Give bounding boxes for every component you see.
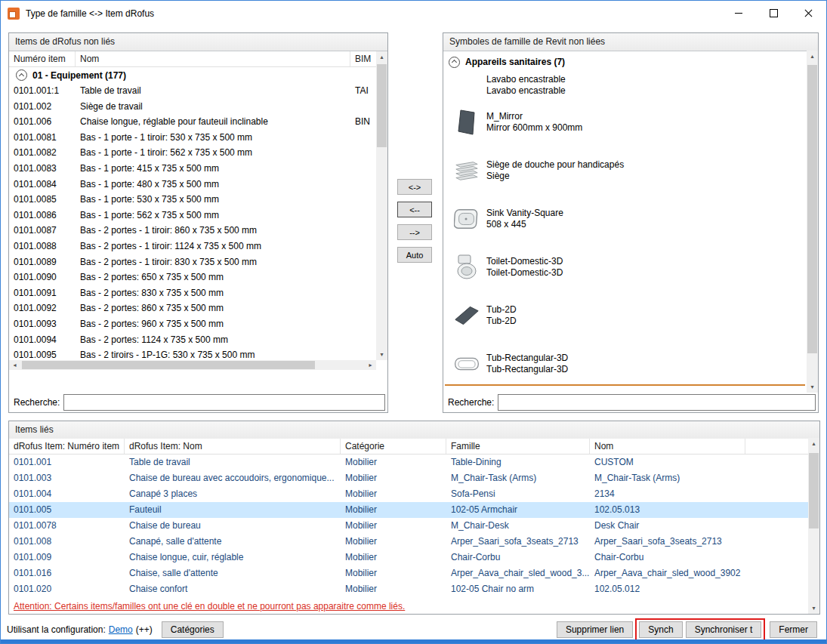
linked-item-name: Table de travail <box>125 454 341 470</box>
linked-item-row[interactable]: 0101.008 Canapé, salle d'attente Mobilie… <box>9 534 819 550</box>
unlinked-item-row[interactable]: 0101.001:1 Table de travail TAI <box>9 83 376 99</box>
scroll-left-icon[interactable]: ◂ <box>9 360 20 370</box>
linked-item-row[interactable]: 0101.005 Fauteuil Mobilier 102-05 Armcha… <box>9 502 819 518</box>
scrollbar-track[interactable] <box>808 449 819 602</box>
scroll-down-icon[interactable]: ▾ <box>376 349 387 360</box>
linked-item-row[interactable]: 0101.003 Chaise de bureau avec accoudoir… <box>9 470 819 486</box>
column-header-drofus-nom[interactable]: dRofus Item: Nom <box>125 439 341 454</box>
window-border-bottom <box>1 639 826 643</box>
vertical-scrollbar[interactable]: ▴ ▾ <box>808 438 819 614</box>
family-type-name: 508 x 445 <box>486 219 563 230</box>
unlinked-item-row[interactable]: 0101.0088 Bas - 2 portes - 1 tiroir: 112… <box>9 239 376 254</box>
title-bar[interactable]: Type de famille <-> Item dRofus <box>2 2 825 25</box>
linked-item-name: Canapé, salle d'attente <box>125 534 341 550</box>
linked-item-row[interactable]: 0101.009 Chaise longue, cuir, réglable M… <box>9 550 819 565</box>
scrollbar-thumb[interactable] <box>377 64 387 147</box>
unlinked-item-row[interactable]: 0101.0089 Bas - 2 portes - 1 tiroir: 830… <box>9 254 376 270</box>
family-symbol-item[interactable]: Tub-2D Tub-2D <box>443 291 807 340</box>
unlinked-item-row[interactable]: 0101.0087 Bas - 2 portes - 1 tiroir: 860… <box>9 223 376 239</box>
unlinked-item-row[interactable]: 0101.006 Chaise longue, réglable pour fa… <box>9 114 376 130</box>
linked-item-row[interactable]: 0101.016 Chaise, salle d'attente Mobilie… <box>9 565 819 581</box>
family-symbol-item[interactable]: Lavabo encastrable Lavabo encastrable <box>443 72 807 98</box>
vertical-scrollbar[interactable]: ▴ ▾ <box>807 51 818 393</box>
unlinked-item-row[interactable]: 0101.0085 Bas - 1 porte: 530 x 735 x 500… <box>9 192 376 208</box>
family-symbol-item[interactable]: Toilet-Domestic-3D Toilet-Domestic-3D <box>443 243 807 291</box>
family-type-name: Tub-Rectangular-3D <box>486 364 568 375</box>
linked-item-category: Mobilier <box>341 550 446 565</box>
unlinked-item-row[interactable]: 0101.0092 Bas - 2 portes: 860 x 735 x 50… <box>9 300 376 316</box>
linked-item-row[interactable]: 0101.004 Canapé 3 places Mobilier Sofa-P… <box>9 486 819 502</box>
unlinked-item-row[interactable]: 0101.0086 Bas - 1 porte: 562 x 735 x 500… <box>9 208 376 223</box>
auto-link-button[interactable]: Auto <box>397 247 432 263</box>
column-header-drofus-numero[interactable]: dRofus Item: Numéro item <box>9 439 125 454</box>
delete-link-button[interactable]: Supprimer lien <box>557 621 633 638</box>
column-header-nom[interactable]: Nom <box>590 439 745 454</box>
scroll-down-icon[interactable]: ▾ <box>807 381 818 393</box>
unlinked-item-row[interactable]: 0101.0090 Bas - 2 portes: 650 x 735 x 50… <box>9 270 376 285</box>
families-list-region: Appareils sanitaires (7) Lavabo encastra… <box>443 51 818 393</box>
item-bim-code <box>350 332 376 348</box>
family-symbol-item[interactable]: Sink Vanity-Square 508 x 445 <box>443 195 807 243</box>
item-name: Bas - 1 porte - 1 tiroir: 530 x 735 x 50… <box>76 130 350 146</box>
scroll-down-icon[interactable]: ▾ <box>808 602 819 614</box>
unlinked-item-row[interactable]: 0101.0081 Bas - 1 porte - 1 tiroir: 530 … <box>9 130 376 146</box>
minimize-button[interactable] <box>721 2 756 25</box>
unlinked-item-row[interactable]: 0101.002 Siège de travail <box>9 99 376 115</box>
item-number: 0101.0091 <box>9 285 76 301</box>
scrollbar-track[interactable] <box>376 63 387 349</box>
unlinked-item-row[interactable]: 0101.0091 Bas - 2 portes: 830 x 735 x 50… <box>9 285 376 301</box>
group-header-equipement[interactable]: 01 - Equipement (177) <box>9 67 376 83</box>
scrollbar-thumb[interactable] <box>22 361 315 369</box>
column-header-famille[interactable]: Famille <box>446 439 590 454</box>
move-right-button[interactable]: --> <box>397 224 432 240</box>
group-header-appareils-sanitaires[interactable]: Appareils sanitaires (7) <box>443 54 807 70</box>
scroll-right-icon[interactable]: ▸ <box>365 360 376 370</box>
column-header-categorie[interactable]: Catégorie <box>341 439 446 454</box>
synch-button[interactable]: Synch <box>639 621 682 638</box>
maximize-button[interactable] <box>756 2 791 25</box>
unlinked-item-row[interactable]: 0101.0093 Bas - 2 portes: 960 x 735 x 50… <box>9 316 376 332</box>
unlinked-item-row[interactable]: 0101.0095 Bas - 2 tiroirs - 1P-1G: 530 x… <box>9 347 376 360</box>
synchronize-all-button[interactable]: Synchroniser t <box>686 621 762 638</box>
scrollbar-track[interactable] <box>20 360 365 370</box>
family-symbol-item[interactable]: Tub-Rectangular-3D Tub-Rectangular-3D <box>443 340 807 388</box>
linked-item-name: Chaise de bureau avec accoudoirs, ergono… <box>125 470 341 486</box>
item-bim-code <box>350 254 376 270</box>
unlink-button[interactable]: <-- <box>397 202 432 217</box>
linked-item-row[interactable]: 0101.001 Table de travail Mobilier Table… <box>9 454 819 470</box>
families-search-input[interactable] <box>498 394 816 411</box>
linked-item-category: Mobilier <box>341 454 446 470</box>
items-search-input[interactable] <box>63 394 385 411</box>
linked-item-type: Arper_Aava_chair_sled_wood_3902 <box>590 565 745 581</box>
collapse-icon[interactable] <box>449 57 460 68</box>
item-number: 0101.0087 <box>9 223 76 239</box>
close-button[interactable] <box>791 2 825 25</box>
horizontal-scrollbar[interactable]: ◂ ▸ <box>9 360 376 370</box>
unlinked-item-row[interactable]: 0101.0094 Bas - 2 portes: 1124 x 735 x 5… <box>9 332 376 348</box>
config-link[interactable]: Demo <box>109 624 133 635</box>
scroll-up-icon[interactable]: ▴ <box>808 438 819 449</box>
scrollbar-thumb[interactable] <box>807 65 817 353</box>
categories-button[interactable]: Catégories <box>162 621 224 638</box>
link-button[interactable]: <-> <box>397 179 432 195</box>
column-header-numero-item[interactable]: Numéro item <box>9 51 76 66</box>
collapse-icon[interactable] <box>16 69 27 81</box>
scroll-up-icon[interactable]: ▴ <box>376 51 387 63</box>
column-header-nom[interactable]: Nom <box>76 51 350 66</box>
item-name: Bas - 1 porte: 480 x 735 x 500 mm <box>76 177 350 193</box>
column-header-bim[interactable]: BIM <box>350 51 376 66</box>
family-symbol-item[interactable]: M_Mirror Mirror 600mm x 900mm <box>443 98 807 146</box>
family-symbol-item[interactable]: Siège de douche pour handicapés Siège <box>443 146 807 195</box>
scrollbar-track[interactable] <box>807 62 818 381</box>
unlinked-item-row[interactable]: 0101.0083 Bas - 1 porte: 415 x 735 x 500… <box>9 161 376 177</box>
unlinked-item-row[interactable]: 0101.0082 Bas - 1 porte - 1 tiroir: 562 … <box>9 145 376 161</box>
linked-item-row[interactable]: 0101.020 Chaise confort Mobilier 102-05 … <box>9 581 819 597</box>
close-dialog-button[interactable]: Fermer <box>770 621 817 638</box>
scroll-up-icon[interactable]: ▴ <box>807 51 818 62</box>
item-name: Chaise longue, réglable pour fauteuil in… <box>76 114 350 130</box>
linked-item-row[interactable]: 0101.0078 Chaise de bureau Mobilier M_Ch… <box>9 518 819 534</box>
unlinked-item-row[interactable]: 0101.0084 Bas - 1 porte: 480 x 735 x 500… <box>9 177 376 193</box>
vertical-scrollbar[interactable]: ▴ ▾ <box>376 51 387 360</box>
column-header-empty[interactable] <box>745 439 808 454</box>
scrollbar-thumb[interactable] <box>809 453 819 528</box>
